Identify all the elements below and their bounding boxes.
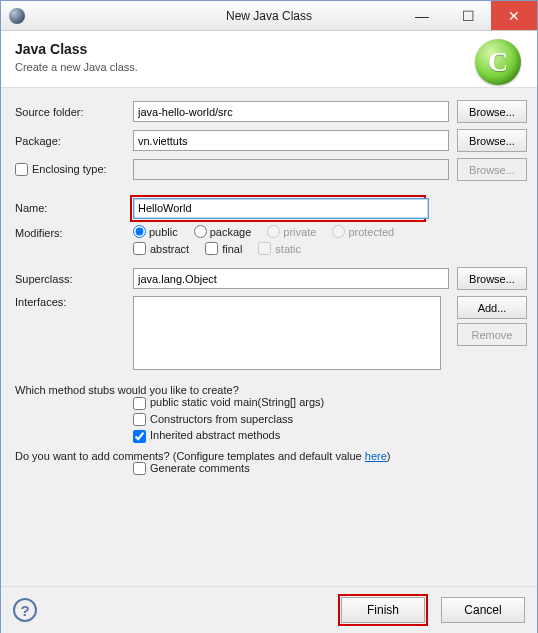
superclass-label: Superclass: xyxy=(15,273,133,285)
help-button[interactable]: ? xyxy=(13,598,37,622)
configure-templates-link[interactable]: here xyxy=(365,450,387,462)
remove-interface-button: Remove xyxy=(457,323,527,346)
modifier-public[interactable]: public xyxy=(133,225,178,238)
stub-constructors[interactable]: Constructors from superclass xyxy=(133,413,293,427)
browse-enclosing-button: Browse... xyxy=(457,158,527,181)
maximize-button[interactable]: ☐ xyxy=(445,1,491,30)
browse-source-button[interactable]: Browse... xyxy=(457,100,527,123)
eclipse-icon xyxy=(9,8,25,24)
name-highlight xyxy=(130,195,426,222)
enclosing-type-checkbox[interactable] xyxy=(15,163,28,176)
name-label: Name: xyxy=(15,202,133,214)
modifier-package[interactable]: package xyxy=(194,225,252,238)
package-input[interactable] xyxy=(133,130,449,151)
stub-inherited[interactable]: Inherited abstract methods xyxy=(133,429,280,443)
modifier-private: private xyxy=(267,225,316,238)
stub-main[interactable]: public static void main(String[] args) xyxy=(133,396,324,410)
modifier-final[interactable]: final xyxy=(205,242,242,255)
class-icon: C xyxy=(475,39,521,85)
browse-package-button[interactable]: Browse... xyxy=(457,129,527,152)
modifier-static: static xyxy=(258,242,301,255)
close-button[interactable]: ✕ xyxy=(491,1,537,30)
source-folder-input[interactable] xyxy=(133,101,449,122)
generate-comments[interactable]: Generate comments xyxy=(133,462,250,476)
name-input[interactable] xyxy=(133,198,429,219)
browse-superclass-button[interactable]: Browse... xyxy=(457,267,527,290)
header-title: Java Class xyxy=(15,41,523,57)
stubs-question: Which method stubs would you like to cre… xyxy=(15,384,527,396)
cancel-button[interactable]: Cancel xyxy=(441,597,525,623)
title-bar: New Java Class — ☐ ✕ xyxy=(1,1,537,31)
source-folder-label: Source folder: xyxy=(15,106,133,118)
header-subtitle: Create a new Java class. xyxy=(15,61,523,73)
modifier-abstract[interactable]: abstract xyxy=(133,242,189,255)
add-interface-button[interactable]: Add... xyxy=(457,296,527,319)
superclass-input[interactable] xyxy=(133,268,449,289)
finish-button[interactable]: Finish xyxy=(341,597,425,623)
comments-question: Do you want to add comments? (Configure … xyxy=(15,450,527,462)
dialog-header: Java Class Create a new Java class. C xyxy=(1,31,537,88)
modifiers-label: Modifiers: xyxy=(15,225,133,239)
interfaces-label: Interfaces: xyxy=(15,296,133,308)
modifier-protected: protected xyxy=(332,225,394,238)
minimize-button[interactable]: — xyxy=(399,1,445,30)
enclosing-type-checkbox-label[interactable]: Enclosing type: xyxy=(15,163,107,175)
interfaces-list[interactable] xyxy=(133,296,441,370)
enclosing-type-input xyxy=(133,159,449,180)
package-label: Package: xyxy=(15,135,133,147)
dialog-footer: ? Finish Cancel xyxy=(1,586,537,633)
